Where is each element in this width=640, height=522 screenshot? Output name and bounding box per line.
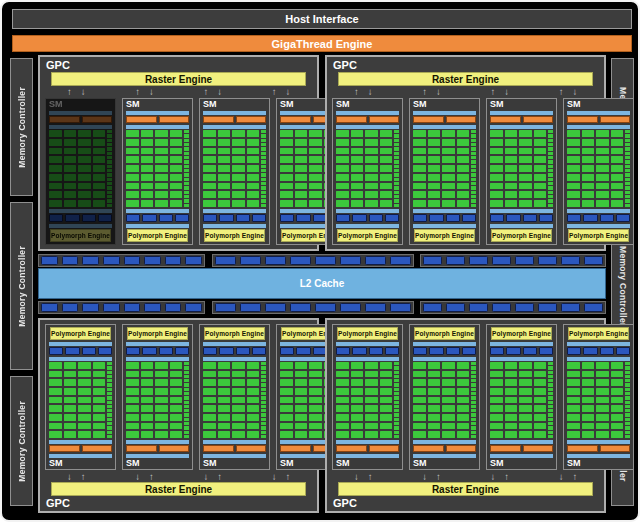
sm-block: SMPolymorph Engine xyxy=(45,324,116,470)
ladder-cell xyxy=(184,366,189,369)
ladder-cell xyxy=(548,152,553,155)
core-cell xyxy=(336,362,349,369)
core-array xyxy=(49,362,112,438)
orange-segment xyxy=(600,445,631,452)
core-cell xyxy=(93,191,106,198)
sm-blue-bar xyxy=(567,125,630,129)
core-cell xyxy=(351,405,364,412)
arrow-pair: ↑↓ xyxy=(203,472,222,482)
core-cell xyxy=(78,130,91,137)
orange-segment xyxy=(523,116,554,123)
dram-chiclet xyxy=(41,303,58,312)
darkblue-segment xyxy=(369,347,383,355)
down-arrow-icon: ↓ xyxy=(272,472,277,482)
arrow-cell: ↑↓ xyxy=(182,471,244,482)
darkblue-segment xyxy=(98,214,112,222)
sm-blue-bar xyxy=(203,454,266,458)
core-cell xyxy=(336,397,349,404)
core-cell xyxy=(365,388,378,395)
core-cell xyxy=(442,388,455,395)
core-cell xyxy=(457,397,470,404)
core-cell xyxy=(351,371,364,378)
ladder-cell xyxy=(107,409,112,412)
ladder-cell xyxy=(184,204,189,207)
arrow-cell: ↑↓ xyxy=(469,471,531,482)
sm-blue-bar xyxy=(490,342,553,346)
core-cell xyxy=(247,388,260,395)
dram-chiclet xyxy=(62,303,79,312)
ladder-cell xyxy=(394,431,399,434)
orange-segment xyxy=(203,445,234,452)
core-cell xyxy=(232,431,245,438)
core-cell xyxy=(611,174,624,181)
core-cell xyxy=(295,388,308,395)
ladder-cell xyxy=(548,147,553,150)
ladder-cell xyxy=(471,426,476,429)
ladder-cell xyxy=(548,418,553,421)
core-cell xyxy=(442,431,455,438)
core-cell xyxy=(218,379,231,386)
core-cell xyxy=(457,371,470,378)
ladder-cell xyxy=(625,379,630,382)
core-cell xyxy=(141,156,154,163)
core-cell xyxy=(490,423,503,430)
core-cell xyxy=(280,362,293,369)
ladder-cell xyxy=(107,169,112,172)
ladder-cell xyxy=(394,396,399,399)
dram-chiclet-strip xyxy=(420,254,606,267)
darkblue-segment xyxy=(65,214,79,222)
core-array xyxy=(413,362,476,438)
core-cell xyxy=(295,371,308,378)
up-arrow-icon: ↑ xyxy=(217,472,222,482)
ladder-column xyxy=(394,130,399,207)
core-cell xyxy=(351,379,364,386)
sm-blue-bar xyxy=(567,111,630,115)
core-cell xyxy=(582,362,595,369)
ladder-column xyxy=(471,362,476,438)
ladder-cell xyxy=(548,383,553,386)
core-cell xyxy=(141,431,154,438)
core-cell xyxy=(413,174,426,181)
ladder-cell xyxy=(548,422,553,425)
core-cell xyxy=(309,388,322,395)
up-arrow-icon: ↑ xyxy=(559,87,564,97)
orange-segment xyxy=(413,116,444,123)
host-interface-bar: Host Interface xyxy=(12,9,632,29)
ladder-cell xyxy=(625,173,630,176)
sm-label: SM xyxy=(126,100,189,109)
core-cell xyxy=(232,414,245,421)
core-cell xyxy=(351,388,364,395)
dram-chiclet xyxy=(103,256,120,265)
ladder-cell xyxy=(394,178,399,181)
core-cell xyxy=(336,156,349,163)
orange-segment xyxy=(490,445,521,452)
core-cell xyxy=(309,414,322,421)
darkblue-segment xyxy=(219,347,233,355)
core-cell xyxy=(457,200,470,207)
core-cell xyxy=(596,371,609,378)
ladder-cell xyxy=(394,426,399,429)
core-cell xyxy=(505,388,518,395)
ladder-cell xyxy=(625,405,630,408)
core-cell xyxy=(428,139,441,146)
dram-chiclet xyxy=(538,256,557,265)
sm-blue-bar xyxy=(203,224,266,228)
core-cell xyxy=(336,139,349,146)
core-cell xyxy=(93,200,106,207)
dram-chiclet xyxy=(423,256,442,265)
core-cell xyxy=(247,156,260,163)
core-cell xyxy=(247,405,260,412)
sm-blue-bar xyxy=(336,224,399,228)
core-cell xyxy=(203,165,216,172)
core-cell xyxy=(280,397,293,404)
core-cell xyxy=(170,388,183,395)
core-cell xyxy=(534,405,547,412)
ladder-cell xyxy=(261,147,266,150)
core-cell xyxy=(505,405,518,412)
down-arrow-icon: ↓ xyxy=(559,472,564,482)
gpc-label: GPC xyxy=(333,497,357,509)
core-cell xyxy=(534,183,547,190)
core-cell xyxy=(534,431,547,438)
sm-blue-bar xyxy=(49,111,112,115)
core-cell xyxy=(93,156,106,163)
